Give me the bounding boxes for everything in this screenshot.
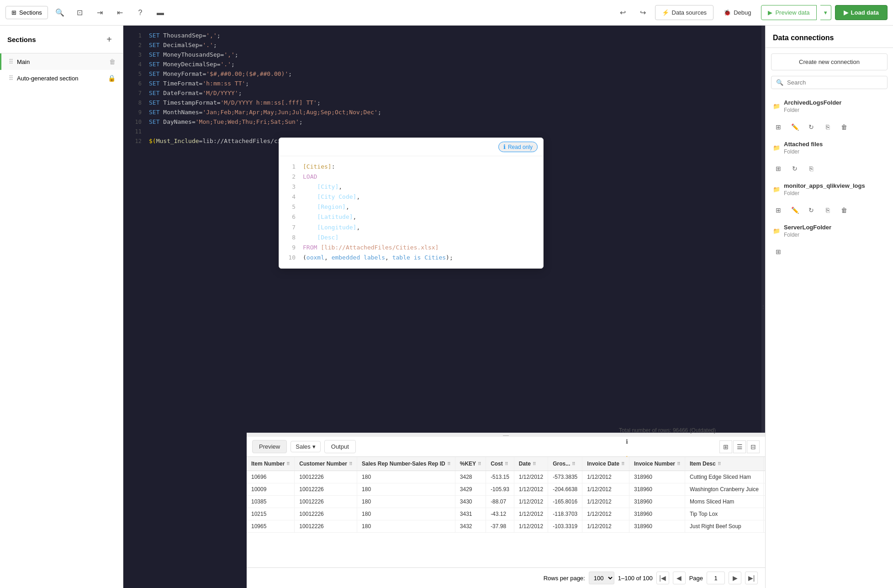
col-header-sales_rep[interactable]: Sales Rep Number-Sales Rep ID⠿ xyxy=(357,457,455,471)
table-cell-r3-c2: 180 xyxy=(357,508,455,520)
page-last-btn[interactable]: ▶| xyxy=(745,572,758,584)
section-view-btn[interactable]: ⊡ xyxy=(72,5,88,21)
popup-line-6: 6 [Latitude], xyxy=(286,212,536,222)
connection-name-1: ArchivedLogsFolder xyxy=(784,99,841,106)
help-btn[interactable]: ? xyxy=(132,5,148,21)
popup-line-5: 5 [Region], xyxy=(286,202,536,212)
grid-view-btn[interactable]: ⊟ xyxy=(747,440,760,453)
line-number: 1 xyxy=(127,31,142,40)
conn-copy-btn-3[interactable]: ⎘ xyxy=(820,203,835,217)
sections-button[interactable]: ⊞ Sections xyxy=(5,6,48,19)
preview-data-button[interactable]: ▶ Preview data xyxy=(761,5,816,20)
conn-reload-btn-3[interactable]: ↻ xyxy=(804,203,819,217)
line-content: SET DateFormat='M/D/YYYY'; xyxy=(149,89,242,98)
redo-btn[interactable]: ↪ xyxy=(635,5,651,21)
datasources-button[interactable]: ⚡ Data sources xyxy=(655,5,714,20)
conn-select-btn-4[interactable]: ⊞ xyxy=(771,244,786,259)
left-sidebar: Sections + ⠿ Main 🗑 ⠿ Auto-generated sec… xyxy=(0,26,123,588)
rows-per-page-label: Rows per page: xyxy=(544,575,585,582)
conn-delete-btn-3[interactable]: 🗑 xyxy=(837,203,851,217)
conn-reload-btn-1[interactable]: ↻ xyxy=(804,120,819,134)
conn-edit-btn-3[interactable]: ✏️ xyxy=(787,203,802,217)
page-next-btn[interactable]: ▶ xyxy=(729,572,741,584)
col-header-item_desc[interactable]: Item Desc⠿ xyxy=(685,457,764,471)
line-content: SET MonthNames='Jan;Feb;Mar;Apr;May;Jun;… xyxy=(149,108,381,117)
preview-dropdown-button[interactable]: ▾ xyxy=(820,5,831,20)
col-header-item_number[interactable]: Item Number⠿ xyxy=(247,457,295,471)
popup-line-1: 1[Cities]: xyxy=(286,162,536,172)
table-cell-r0-c10: -37.29 xyxy=(763,471,765,483)
table-cell-r1-c3: 3429 xyxy=(455,483,486,496)
conn-delete-btn-1[interactable]: 🗑 xyxy=(837,120,851,134)
table-cell-r1-c7: 1/12/2012 xyxy=(582,483,629,496)
list-view-btn[interactable]: ☰ xyxy=(733,440,746,453)
table-cell-r0-c5: 1/12/2012 xyxy=(514,471,548,483)
read-only-badge[interactable]: ℹ Read only xyxy=(498,142,538,152)
outdent-btn[interactable]: ⇤ xyxy=(112,5,128,21)
popup-line-8: 8 [Desc] xyxy=(286,233,536,243)
table-cell-r4-c2: 180 xyxy=(357,520,455,533)
conn-edit-btn-1[interactable]: ✏️ xyxy=(787,120,802,134)
conn-copy-btn-1[interactable]: ⎘ xyxy=(820,120,835,134)
page-first-btn[interactable]: |◀ xyxy=(656,572,669,584)
col-header-pct_key[interactable]: %KEY⠿ xyxy=(455,457,486,471)
create-connection-button[interactable]: Create new connection xyxy=(771,53,888,70)
table-cell-r4-c3: 3432 xyxy=(455,520,486,533)
col-header-gross[interactable]: Gros...⠿ xyxy=(548,457,582,471)
col-header-cost[interactable]: Cost⠿ xyxy=(486,457,514,471)
grid-icon: ⊞ xyxy=(11,9,16,16)
col-header-invoice_number[interactable]: Invoice Number⠿ xyxy=(629,457,685,471)
sidebar-add-button[interactable]: + xyxy=(103,33,116,46)
connection-name-2: Attached files xyxy=(784,141,823,148)
sidebar-item-main[interactable]: ⠿ Main 🗑 xyxy=(0,53,123,70)
table-cell-r0-c4: -513.15 xyxy=(486,471,514,483)
connection-attached-files: 📁 Attached files Folder xyxy=(766,136,893,159)
line-number: 5 xyxy=(127,69,142,78)
search-toolbar-btn[interactable]: 🔍 xyxy=(52,5,68,21)
code-line-2: 2SET DecimalSep='.'; xyxy=(123,41,761,50)
col-header-mar[interactable]: Mar...⠿ xyxy=(763,457,765,471)
sidebar-header: Sections + xyxy=(0,26,123,53)
col-header-customer_number[interactable]: Customer Number⠿ xyxy=(295,457,357,471)
line-content: SET TimestampFormat='M/D/YYYY h:mm:ss[.f… xyxy=(149,98,321,107)
debug-label: Debug xyxy=(734,9,751,16)
sidebar-item-auto[interactable]: ⠿ Auto-generated section 🔒 xyxy=(0,70,123,86)
tab-preview[interactable]: Preview xyxy=(252,440,287,453)
tab-sales-dropdown[interactable]: Sales ▾ xyxy=(291,441,321,452)
console-btn[interactable]: ▬ xyxy=(152,5,169,21)
tab-output[interactable]: Output xyxy=(324,440,356,453)
page-number-input[interactable] xyxy=(707,572,725,584)
datasources-icon: ⚡ xyxy=(662,9,669,16)
connection-name-4: ServerLogFolder xyxy=(784,224,831,231)
conn-reload-btn-2[interactable]: ↻ xyxy=(787,161,802,176)
indent-btn[interactable]: ⇥ xyxy=(92,5,108,21)
table-cell-r1-c2: 180 xyxy=(357,483,455,496)
table-view-btn[interactable]: ⊞ xyxy=(719,440,732,453)
load-data-button[interactable]: ▶ Load data xyxy=(835,5,888,20)
chevron-down-icon: ▾ xyxy=(312,443,316,450)
delete-icon[interactable]: 🗑 xyxy=(109,58,116,65)
view-buttons: ⊞ ☰ ⊟ xyxy=(719,440,760,453)
page-prev-btn[interactable]: ◀ xyxy=(673,572,686,584)
rows-per-page-select[interactable]: 100 50 200 xyxy=(589,572,614,584)
conn-select-btn-3[interactable]: ⊞ xyxy=(771,203,786,217)
rows-info-icon[interactable]: ℹ xyxy=(619,434,635,450)
table-cell-r4-c7: 1/12/2012 xyxy=(582,520,629,533)
conn-copy-btn-2[interactable]: ⎘ xyxy=(804,161,819,176)
col-header-invoice_date[interactable]: Invoice Date⠿ xyxy=(582,457,629,471)
right-panel: Data connections Create new connection 🔍… xyxy=(765,26,893,588)
col-header-date[interactable]: Date⠿ xyxy=(514,457,548,471)
table-cell-r0-c3: 3428 xyxy=(455,471,486,483)
line-content: SET MoneyThousandSep=','; xyxy=(149,50,238,59)
table-cell-r4-c9: Just Right Beef Soup xyxy=(685,520,764,533)
debug-button[interactable]: 🐞 Debug xyxy=(717,5,757,20)
search-input[interactable] xyxy=(787,79,882,86)
table-cell-r2-c5: 1/12/2012 xyxy=(514,496,548,508)
bottom-panel: — Preview Sales ▾ Output Total number of… xyxy=(247,433,765,588)
undo-btn[interactable]: ↩ xyxy=(615,5,631,21)
line-number: 10 xyxy=(127,117,142,126)
conn-select-btn-1[interactable]: ⊞ xyxy=(771,120,786,134)
table-cell-r1-c4: -105.93 xyxy=(486,483,514,496)
conn-select-btn-2[interactable]: ⊞ xyxy=(771,161,786,176)
data-table-container[interactable]: Item Number⠿Customer Number⠿Sales Rep Nu… xyxy=(247,457,765,567)
